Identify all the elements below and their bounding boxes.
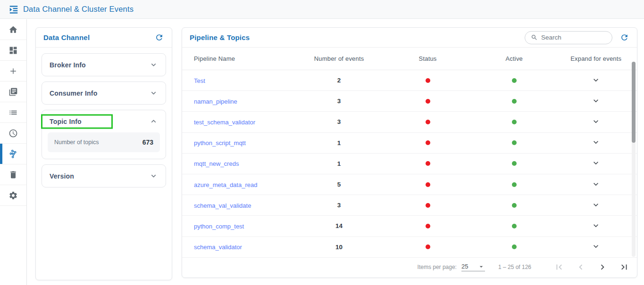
last-page-icon <box>619 262 629 272</box>
dropdown-arrow-icon <box>477 263 485 270</box>
expand-row-button[interactable] <box>590 199 602 211</box>
topics-count-value: 673 <box>142 138 153 146</box>
page-range-label: 1 – 25 of 126 <box>498 264 531 270</box>
section-broker-info: Broker Info <box>42 53 166 76</box>
events-count: 5 <box>296 181 382 188</box>
pipeline-link[interactable]: Test <box>194 77 205 84</box>
section-version-header[interactable]: Version <box>42 165 166 187</box>
search-input[interactable] <box>541 34 606 41</box>
scrollbar-thumb[interactable] <box>632 62 636 143</box>
expand-row-button[interactable] <box>590 241 602 252</box>
chevron-left-icon <box>576 262 586 272</box>
table-row: Test 2 <box>182 70 637 91</box>
data-channel-title: Data Channel <box>43 33 90 41</box>
section-topic-info-header[interactable]: Topic Info <box>42 110 166 132</box>
chevron-down-icon <box>149 60 158 69</box>
sidebar-item-dashboard[interactable] <box>0 40 26 61</box>
sidebar-item-data-channel[interactable] <box>0 144 26 164</box>
expand-row-button[interactable] <box>590 220 602 231</box>
pipeline-link[interactable]: naman_pipeline <box>194 98 237 105</box>
items-per-page-label: Items per page: <box>418 264 457 270</box>
chevron-down-icon <box>591 138 601 147</box>
status-dot <box>426 99 430 104</box>
chevron-down-icon <box>591 158 601 168</box>
sidebar-item-add[interactable] <box>0 61 26 81</box>
events-count: 2 <box>296 77 382 84</box>
expand-row-button[interactable] <box>590 157 602 169</box>
status-dot <box>426 244 430 249</box>
expand-row-button[interactable] <box>590 137 602 148</box>
pipeline-link[interactable]: mqtt_new_creds <box>194 160 239 167</box>
pipeline-link[interactable]: python_script_mqtt <box>194 139 246 147</box>
pipeline-link[interactable]: schema_val_validate <box>194 202 251 209</box>
sidebar-item-delete[interactable] <box>0 164 26 185</box>
refresh-icon[interactable] <box>620 33 629 42</box>
sidebar-item-list[interactable] <box>0 102 26 123</box>
search-box <box>525 31 612 44</box>
events-count: 1 <box>296 139 382 147</box>
column-active: Active <box>473 55 555 62</box>
home-icon <box>8 25 18 34</box>
pipeline-link[interactable]: schema_validator <box>194 244 242 251</box>
page-title: Data Channel & Cluster Events <box>23 5 134 14</box>
expand-row-button[interactable] <box>590 116 602 127</box>
chevron-down-icon <box>591 221 601 230</box>
chevron-down-icon <box>149 89 158 98</box>
status-dot <box>426 78 430 83</box>
table-row: python_comp_test 14 <box>182 216 637 236</box>
sidebar <box>0 19 27 285</box>
expand-row-button[interactable] <box>590 95 602 106</box>
pipeline-link[interactable]: azure_meta_data_read <box>194 181 257 188</box>
chevron-down-icon <box>591 75 601 85</box>
chevron-down-icon <box>149 171 158 180</box>
sidebar-item-home[interactable] <box>0 19 26 40</box>
active-dot <box>512 244 517 249</box>
items-per-page-select[interactable]: 25 <box>461 263 485 271</box>
table-row: python_script_mqtt 1 <box>182 133 637 154</box>
hub-icon <box>8 149 18 159</box>
active-dot <box>512 78 517 83</box>
column-pipeline-name: Pipeline Name <box>182 55 296 62</box>
refresh-icon[interactable] <box>155 33 164 42</box>
active-dot <box>512 224 517 228</box>
section-broker-info-header[interactable]: Broker Info <box>42 54 166 76</box>
column-expand-for-events: Expand for events <box>555 55 637 62</box>
sidebar-item-library[interactable] <box>0 81 26 102</box>
sidebar-item-history[interactable] <box>0 123 26 144</box>
table-row: azure_meta_data_read 5 <box>182 174 637 195</box>
number-of-topics-field: Number of topics 673 <box>48 132 160 152</box>
data-channel-panel: Data Channel Broker Info Consumer Info T… <box>35 27 172 280</box>
pipeline-link[interactable]: python_comp_test <box>194 223 244 230</box>
table-row: test_schema_validator 3 <box>182 112 637 132</box>
events-count: 3 <box>296 202 382 209</box>
library-icon <box>8 87 18 97</box>
active-dot <box>512 140 517 145</box>
next-page-button[interactable] <box>596 261 609 273</box>
sidebar-item-settings[interactable] <box>0 185 26 206</box>
section-consumer-info-header[interactable]: Consumer Info <box>42 82 166 104</box>
menu-open-icon[interactable] <box>8 4 19 15</box>
events-count: 14 <box>296 222 382 229</box>
previous-page-button[interactable] <box>575 261 587 273</box>
last-page-button[interactable] <box>618 261 630 273</box>
active-dot <box>512 182 517 187</box>
status-dot <box>426 224 430 228</box>
first-page-button[interactable] <box>553 261 565 273</box>
delete-icon <box>8 170 18 179</box>
pipeline-topics-title: Pipeline & Topics <box>190 33 250 41</box>
column-status: Status <box>382 55 473 62</box>
expand-row-button[interactable] <box>590 74 602 86</box>
status-dot <box>426 203 430 208</box>
status-dot <box>426 120 430 124</box>
table-row: naman_pipeline 3 <box>182 91 637 112</box>
section-version: Version <box>42 164 166 187</box>
pipeline-topics-panel: Pipeline & Topics Pipeline Name Number o… <box>182 27 637 278</box>
expand-row-button[interactable] <box>590 179 602 190</box>
top-bar: Data Channel & Cluster Events <box>0 0 644 19</box>
list-icon <box>8 108 18 117</box>
table-row: mqtt_new_creds 1 <box>182 154 637 174</box>
status-dot <box>426 140 430 145</box>
chevron-right-icon <box>597 262 608 272</box>
pipeline-link[interactable]: test_schema_validator <box>194 119 255 126</box>
status-dot <box>426 182 430 187</box>
